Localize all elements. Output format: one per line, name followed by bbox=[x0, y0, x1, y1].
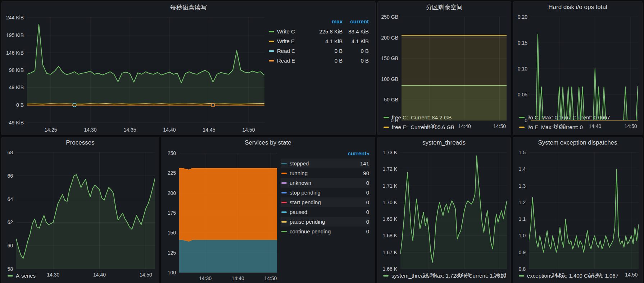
legend-row[interactable]: continue pending0 bbox=[281, 227, 370, 236]
y-tick-label: 0.9 bbox=[519, 250, 526, 255]
y-tick-label: 1.66 K bbox=[383, 266, 398, 272]
y-tick-label: 250 bbox=[168, 150, 176, 156]
legend-row[interactable]: start pending0 bbox=[281, 197, 370, 207]
y-tick-label: 98 KiB bbox=[9, 67, 24, 73]
legend-row[interactable]: stopped141 bbox=[281, 159, 370, 168]
panel-header-processes[interactable]: Processes bbox=[2, 137, 159, 148]
legend-value: 0 bbox=[343, 207, 370, 217]
legend-row[interactable]: Read E0 B0 B bbox=[268, 56, 369, 65]
disk-rw-legend: maxcurrentWrite C225.8 KiB83.4 KiBWrite … bbox=[267, 13, 375, 135]
series-name: start pending bbox=[290, 199, 321, 205]
y-tick-label: 1.2 bbox=[519, 200, 526, 205]
y-tick-label: 49 KiB bbox=[9, 85, 24, 90]
series-name: Read C bbox=[277, 48, 295, 54]
legend-column-current[interactable]: current▾ bbox=[343, 150, 370, 159]
chart-svg: -49 KiB0 B49 KiB98 KiB146 KiB195 KiB244 … bbox=[2, 13, 267, 135]
exceptions-chart[interactable]: 0.80.91.01.11.21.31.41.514:3014:4014:50 bbox=[513, 148, 642, 270]
legend-row[interactable]: Read C0 B0 B bbox=[268, 46, 369, 56]
legend-row[interactable]: unknown0 bbox=[281, 178, 370, 188]
series-name: Read E bbox=[277, 58, 295, 64]
panel-header-services[interactable]: Services by state bbox=[161, 137, 375, 148]
y-tick-label: 195 KiB bbox=[6, 32, 24, 38]
legend-row[interactable]: paused0 bbox=[281, 207, 370, 217]
x-tick-label: 14:30 bbox=[422, 272, 435, 278]
x-tick-label: 14:40 bbox=[589, 123, 601, 129]
y-tick-label: 0.15 bbox=[518, 40, 527, 46]
chart-svg: 00.050.100.150.2014:3014:4014:50 bbox=[513, 13, 642, 131]
panel-title: 分区剩余空间 bbox=[426, 3, 463, 12]
y-tick-label: 225 bbox=[168, 170, 176, 176]
disk-rw-chart[interactable]: -49 KiB0 B49 KiB98 KiB146 KiB195 KiB244 … bbox=[2, 13, 267, 135]
y-tick-label: 1.69 K bbox=[383, 216, 398, 222]
x-tick-label: 14:50 bbox=[493, 123, 506, 129]
panel-disk-rw-per-second: 每秒磁盘读写 -49 KiB0 B49 KiB98 KiB146 KiB195 … bbox=[1, 1, 376, 135]
legend-value: 0 B bbox=[314, 56, 343, 65]
series-color-swatch bbox=[281, 202, 287, 203]
x-tick-label: 14:50 bbox=[140, 272, 152, 278]
panel-header-io-ops[interactable]: Hard disk i/o ops total bbox=[513, 2, 642, 13]
y-tick-label: 62 bbox=[7, 219, 13, 225]
processes-chart[interactable]: 58606264666814:3014:4014:50 bbox=[2, 148, 159, 270]
x-tick-label: 14:25 bbox=[44, 127, 57, 133]
legend-table: maxcurrentWrite C225.8 KiB83.4 KiBWrite … bbox=[268, 18, 369, 65]
system-threads-chart[interactable]: 1.66 K1.67 K1.68 K1.69 K1.70 K1.71 K1.72… bbox=[377, 148, 511, 270]
legend-value: 90 bbox=[343, 168, 370, 178]
panel-header-free-space[interactable]: 分区剩余空间 bbox=[378, 2, 511, 13]
chart-svg: 1.66 K1.67 K1.68 K1.69 K1.70 K1.71 K1.72… bbox=[377, 148, 511, 280]
io-ops-chart[interactable]: 00.050.100.150.2014:3014:4014:50 bbox=[513, 13, 642, 112]
y-tick-label: 0.05 bbox=[518, 92, 527, 97]
y-tick-label: 0 bbox=[525, 118, 527, 123]
panel-title: Processes bbox=[66, 139, 94, 146]
panel-header-system-threads[interactable]: system_threads bbox=[377, 137, 511, 148]
x-tick-label: 14:40 bbox=[588, 272, 601, 278]
legend-column-max[interactable]: max bbox=[314, 18, 343, 27]
panel-title: 每秒磁盘读写 bbox=[170, 3, 207, 12]
panel-header-disk-rw[interactable]: 每秒磁盘读写 bbox=[2, 2, 375, 13]
y-tick-label: 150 bbox=[168, 230, 176, 236]
legend-value: 0 bbox=[343, 178, 370, 188]
y-tick-label: 1.73 K bbox=[383, 150, 398, 155]
x-tick-label: 14:40 bbox=[458, 123, 471, 129]
series-point-marker bbox=[211, 103, 215, 107]
legend-value: 4.1 KiB bbox=[343, 36, 369, 46]
panel-partition-free-space: 分区剩余空间 0 B50 GB100 GB150 GB200 GB250 GB1… bbox=[377, 1, 511, 135]
services-chart[interactable]: 10012515017520022525014:3014:4014:50 bbox=[161, 148, 280, 283]
panel-header-exceptions[interactable]: System exception dispatches bbox=[513, 137, 642, 148]
x-tick-label: 14:35 bbox=[123, 127, 136, 133]
panel-title: Services by state bbox=[245, 139, 291, 146]
series-color-swatch bbox=[281, 211, 287, 213]
y-tick-label: 68 bbox=[7, 150, 13, 155]
y-tick-label: 66 bbox=[7, 173, 13, 179]
x-tick-label: 14:30 bbox=[47, 272, 59, 278]
y-tick-label: 250 GB bbox=[381, 14, 398, 20]
x-tick-label: 14:50 bbox=[494, 272, 506, 278]
x-tick-label: 14:45 bbox=[203, 127, 215, 133]
legend-column-current[interactable]: current bbox=[343, 18, 369, 27]
series-name: unknown bbox=[290, 180, 311, 186]
legend-series-column-header bbox=[268, 18, 314, 27]
legend-series-column-header bbox=[281, 150, 343, 159]
panel-hard-disk-io-ops: Hard disk i/o ops total 00.050.100.150.2… bbox=[513, 1, 643, 135]
y-tick-label: 1.1 bbox=[519, 216, 526, 222]
dashboard-row-1: 每秒磁盘读写 -49 KiB0 B49 KiB98 KiB146 KiB195 … bbox=[1, 1, 643, 135]
y-tick-label: 1.3 bbox=[519, 183, 526, 189]
panel-processes: Processes 58606264666814:3014:4014:50 A-… bbox=[1, 137, 159, 283]
chart-svg: 0.80.91.01.11.21.31.41.514:3014:4014:50 bbox=[513, 148, 642, 280]
sort-caret-icon: ▾ bbox=[367, 152, 369, 156]
legend-row[interactable]: Write E4.1 KiB4.1 KiB bbox=[268, 36, 369, 46]
x-tick-label: 14:50 bbox=[242, 127, 255, 133]
x-tick-label: 14:50 bbox=[625, 272, 638, 278]
grafana-dashboard: 每秒磁盘读写 -49 KiB0 B49 KiB98 KiB146 KiB195 … bbox=[0, 0, 644, 283]
legend-row[interactable]: stop pending0 bbox=[281, 188, 370, 197]
y-tick-label: 0 B bbox=[16, 102, 24, 108]
series-color-swatch bbox=[269, 31, 274, 32]
x-tick-label: 14:50 bbox=[625, 123, 637, 129]
y-tick-label: 200 GB bbox=[381, 35, 398, 41]
legend-row[interactable]: pause pending0 bbox=[281, 217, 370, 227]
x-tick-label: 14:30 bbox=[553, 123, 566, 129]
legend-row[interactable]: Write C225.8 KiB83.4 KiB bbox=[268, 27, 369, 36]
free-space-chart[interactable]: 0 B50 GB100 GB150 GB200 GB250 GB14:3014:… bbox=[378, 13, 511, 112]
y-tick-label: 100 GB bbox=[381, 76, 398, 82]
legend-row[interactable]: running90 bbox=[281, 168, 370, 178]
y-tick-label: 0.8 bbox=[519, 266, 526, 272]
